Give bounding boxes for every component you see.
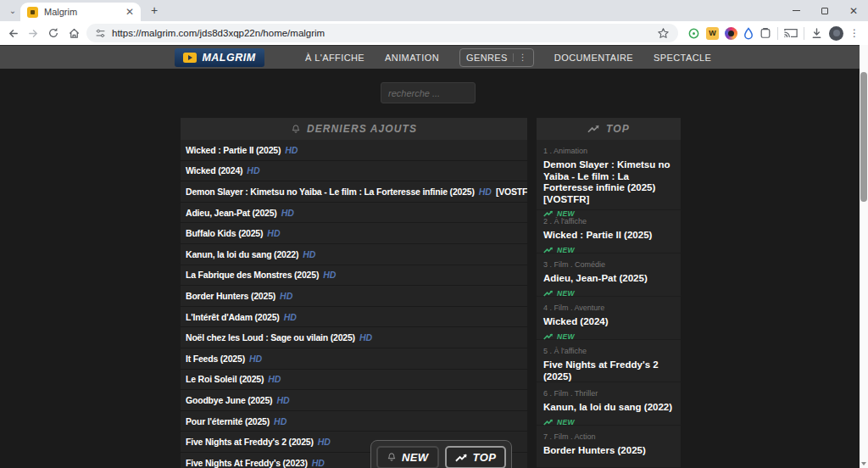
browser-menu-icon[interactable]: ⋮ [849,27,860,39]
latest-item[interactable]: La Fabrique des Monstres (2025)HD [181,265,527,287]
latest-item[interactable]: It Feeds (2025)HD [181,348,527,370]
extension-green-icon[interactable] [687,27,700,40]
search-input[interactable] [381,82,476,103]
top-button[interactable]: TOP [445,446,507,468]
top-list-item[interactable]: 7 . Film . Action Border Hunters (2025) [537,426,681,468]
top-item-meta: 1 . Animation [543,147,674,155]
nav-genres-label: GENRES [466,53,508,63]
top-item-meta: 6 . Film . Thriller [543,389,674,398]
latest-item[interactable]: Kanun, la loi du sang (2022)HD [181,244,527,265]
top-item-meta: 2 . À l'affiche [543,217,674,226]
home-icon [68,27,81,40]
back-icon [7,27,19,40]
movie-title: It Feeds (2025) [186,354,245,364]
nav-documentaire[interactable]: DOCUMENTAIRE [554,53,633,63]
top-list-item[interactable]: 4 . Film . Aventure Wicked (2024) NEW [537,297,681,340]
movie-title: L'Intérêt d'Adam (2025) [186,312,280,322]
latest-item[interactable]: Demon Slayer : Kimetsu no Yaiba - Le fil… [181,181,527,203]
movie-title: Buffalo Kids (2025) [186,228,263,238]
tab-search-chevron-icon[interactable]: ⌄ [7,5,19,17]
quality-badge: HD [247,165,259,176]
tab-close-icon[interactable]: ✕ [125,7,134,17]
browser-tab[interactable]: Malgrim ✕ [20,3,141,21]
extension-w-icon[interactable]: W [706,27,719,40]
latest-item[interactable]: Le Roi Soleil (2025)HD [181,370,527,391]
latest-item[interactable]: Pour l'éternité (2025)HD [181,411,527,432]
latest-item[interactable]: Noël chez les Loud : Sage ou vilain (202… [181,327,527,348]
site-header: MALGRIM À L'AFFICHE ANIMATION GENRES ⋮ D… [0,45,868,69]
back-button[interactable] [3,24,22,42]
quality-badge: HD [267,228,280,238]
top-header: TOP [537,118,681,140]
maximize-button[interactable] [810,0,839,21]
genres-dropdown-icon: ⋮ [513,53,527,62]
top-item-meta: 7 . Film . Action [543,432,674,441]
latest-item[interactable]: L'Intérêt d'Adam (2025)HD [181,307,527,328]
window-close-button[interactable]: ✕ [839,0,868,21]
top-item-title: Border Hunters (2025) [543,445,674,457]
profile-avatar[interactable] [829,26,843,41]
download-icon[interactable] [810,27,823,40]
latest-item[interactable]: Adieu, Jean-Pat (2025)HD [181,203,527,224]
extension-camera-icon[interactable] [725,27,737,40]
new-tab-button[interactable]: + [147,4,161,18]
page-content: MALGRIM À L'AFFICHE ANIMATION GENRES ⋮ D… [0,45,868,468]
site-logo[interactable]: MALGRIM [175,48,264,67]
window-controls: ✕ [782,0,868,21]
top-item-title: Demon Slayer : Kimetsu no Yaiba - Le fil… [543,159,674,205]
quality-badge: HD [280,291,292,301]
movie-title: Border Hunters (2025) [186,291,275,301]
reload-button[interactable] [44,24,63,42]
forward-icon [27,27,40,40]
top-item-title: Kanun, la loi du sang (2022) [543,402,674,414]
top-list-item[interactable]: 2 . À l'affiche Wicked : Partie II (2025… [537,210,681,254]
top-list-item[interactable]: 5 . À l'affiche Five Nights at Freddy's … [537,340,681,382]
lang-tag: [VOSTFR] [496,187,527,197]
trending-up-icon [543,333,554,340]
movie-title: Le Roi Soleil (2025) [186,374,264,384]
scroll-down-arrow-icon[interactable] [861,462,866,465]
bookmark-star-icon[interactable] [657,27,670,40]
site-settings-icon[interactable] [95,28,106,39]
url-text[interactable]: https://malgrim.com/jds8d3xqp22n/home/ma… [112,28,657,38]
play-icon [183,53,197,63]
url-bar[interactable]: https://malgrim.com/jds8d3xqp22n/home/ma… [86,24,678,42]
quality-badge: HD [284,312,297,322]
extension-drop-icon[interactable] [743,27,754,40]
latest-item[interactable]: Buffalo Kids (2025)HD [181,223,527,244]
latest-item[interactable]: Border Hunters (2025)HD [181,286,527,307]
quality-badge: HD [318,437,331,447]
quality-badge: HD [276,395,289,405]
latest-item[interactable]: Wicked : Partie II (2025)HD [181,140,527,161]
page-scrollbar[interactable] [860,45,868,468]
quality-badge: HD [249,354,262,364]
top-item-title: Wicked : Partie II (2025) [543,230,674,242]
browser-window: ⌄ Malgrim ✕ + ✕ https://malgrim.com/jds8… [0,0,868,468]
top-item-title: Wicked (2024) [543,316,674,328]
bell-icon [387,452,397,463]
top-list-item[interactable]: 1 . Animation Demon Slayer : Kimetsu no … [537,140,681,210]
home-button[interactable] [64,24,83,42]
cast-icon[interactable] [784,27,798,39]
top-title: TOP [606,123,630,135]
forward-button[interactable] [24,24,42,42]
nav-animation[interactable]: ANIMATION [385,53,439,63]
tab-strip: ⌄ Malgrim ✕ + ✕ [0,0,868,21]
movie-title: Demon Slayer : Kimetsu no Yaiba - Le fil… [186,187,475,197]
latest-item[interactable]: Goodbye June (2025)HD [181,390,527,411]
top-list-item[interactable]: 3 . Film . Comédie Adieu, Jean-Pat (2025… [537,254,681,297]
scrollbar-thumb[interactable] [860,72,867,202]
quality-badge: HD [359,332,372,343]
quality-badge: HD [312,458,325,468]
minimize-button[interactable] [782,0,810,21]
quality-badge: HD [479,187,492,197]
nav-genres-button[interactable]: GENRES ⋮ [459,48,534,67]
nav-a-laffiche[interactable]: À L'AFFICHE [305,53,364,63]
toolbar-divider [777,27,778,40]
new-button[interactable]: NEW [376,446,439,468]
latest-item[interactable]: Wicked (2024)HD [181,161,527,182]
movie-title: Pour l'éternité (2025) [186,416,270,426]
nav-spectacle[interactable]: SPECTACLE [654,53,711,63]
extension-clipboard-icon[interactable] [760,27,771,39]
top-list-item[interactable]: 6 . Film . Thriller Kanun, la loi du san… [537,382,681,426]
